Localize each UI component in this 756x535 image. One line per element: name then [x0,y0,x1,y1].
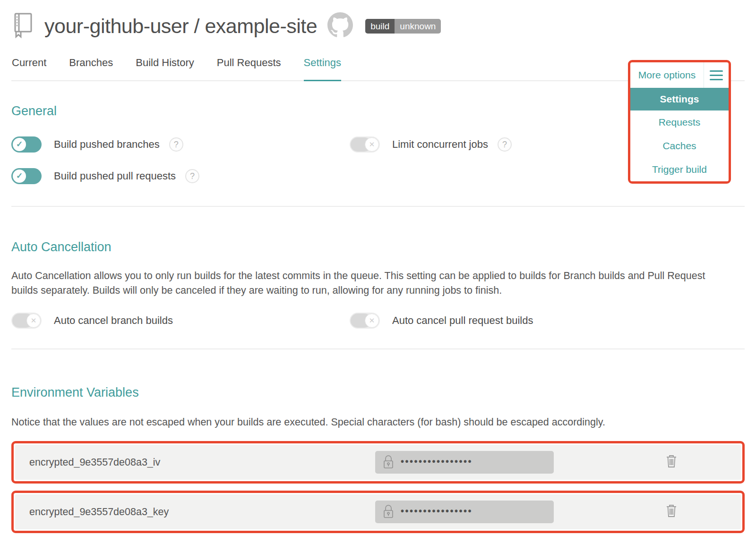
repo-book-icon [11,11,35,41]
github-logo-icon[interactable] [327,12,353,40]
env-var-value-field[interactable]: •••••••••••••••• [375,501,554,523]
delete-env-var-button[interactable] [665,503,678,520]
page-title: your-github-user / example-site [44,15,317,38]
env-var-name[interactable]: encrypted_9e3557de08a3_key [29,506,169,518]
env-var-name[interactable]: encrypted_9e3557de08a3_iv [29,457,160,468]
build-status-badge: build unknown [365,19,441,34]
lock-icon [382,504,395,519]
lock-icon [382,455,395,470]
tab-branches[interactable]: Branches [69,57,113,80]
hamburger-icon[interactable] [704,70,729,80]
menu-item-caches[interactable]: Caches [630,134,729,158]
toggle-row-auto-cancel-branch-builds: ✕ Auto cancel branch builds [11,313,350,329]
menu-item-trigger-build[interactable]: Trigger build [630,158,729,181]
env-var-row: encrypted_9e3557de08a3_key •••••••••••••… [15,494,741,529]
menu-item-settings[interactable]: Settings [630,88,729,110]
help-icon[interactable]: ? [169,137,183,152]
settings-page: your-github-user / example-site build un… [0,0,756,535]
more-options-header: More options [630,62,729,88]
toggle-auto-cancel-branch-builds[interactable]: ✕ [11,313,42,329]
toggle-limit-concurrent-jobs[interactable]: ✕ [350,136,380,153]
environment-variables-notice: Notice that the values are not escaped w… [11,415,711,430]
trash-icon [665,454,678,469]
tab-pull-requests[interactable]: Pull Requests [217,57,281,80]
env-var-value-field[interactable]: •••••••••••••••• [375,451,554,474]
help-icon[interactable]: ? [498,137,512,152]
env-var-highlight-box-iv: encrypted_9e3557de08a3_iv ••••••••••••••… [11,441,745,484]
toggle-row-build-pushed-branches: ✓ Build pushed branches ? [11,136,350,153]
toggle-build-pushed-pull-requests[interactable]: ✓ [11,168,42,184]
delete-env-var-button[interactable] [665,454,678,471]
tab-current[interactable]: Current [12,57,46,80]
badge-build-label: build [365,19,395,34]
env-var-masked-value: •••••••••••••••• [401,506,472,517]
more-options-highlight-box: More options Settings Requests Caches Tr… [628,60,731,184]
auto-cancellation-section-title: Auto Cancellation [11,240,745,255]
toggle-label: Limit concurrent jobs [392,138,488,151]
toggle-row-auto-cancel-pull-request-builds: ✕ Auto cancel pull request builds [350,313,745,329]
toggle-label: Auto cancel branch builds [54,314,173,327]
toggle-label: Build pushed branches [54,138,160,151]
auto-cancellation-toggles: ✕ Auto cancel branch builds ✕ Auto cance… [11,313,745,329]
more-options-button[interactable]: More options [630,69,704,81]
environment-variables-section-title: Environment Variables [11,385,745,400]
auto-cancellation-description: Auto Cancellation allows you to only run… [11,269,711,298]
menu-item-requests[interactable]: Requests [630,110,729,134]
repo-header: your-github-user / example-site build un… [11,0,745,42]
help-icon[interactable]: ? [185,169,199,183]
env-var-highlight-box-key: encrypted_9e3557de08a3_key •••••••••••••… [11,491,745,533]
toggle-auto-cancel-pull-request-builds[interactable]: ✕ [350,313,380,329]
toggle-label: Build pushed pull requests [54,170,176,182]
toggle-label: Auto cancel pull request builds [392,314,533,327]
env-var-masked-value: •••••••••••••••• [401,456,472,467]
toggle-row-build-pushed-pull-requests: ✓ Build pushed pull requests ? [11,168,350,184]
badge-status-value: unknown [395,19,441,34]
toggle-build-pushed-branches[interactable]: ✓ [11,136,42,153]
trash-icon [665,503,678,518]
tab-settings[interactable]: Settings [304,57,342,81]
env-var-row: encrypted_9e3557de08a3_iv ••••••••••••••… [15,445,741,480]
section-divider [11,206,745,207]
tab-build-history[interactable]: Build History [136,57,194,80]
section-divider [11,348,745,349]
